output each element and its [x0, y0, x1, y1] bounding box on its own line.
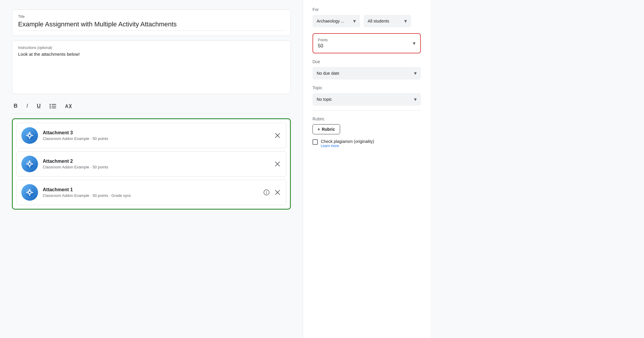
attachment-item-3: Attachment 3 Classroom Addon Example · 5…	[16, 123, 286, 148]
attachment-1-icon	[21, 184, 38, 201]
addon-icon-1	[25, 188, 34, 197]
due-dropdown-chevron: ▾	[414, 70, 417, 76]
svg-text:A: A	[65, 104, 69, 109]
addon-icon-3	[25, 131, 34, 140]
students-dropdown-chevron: ▾	[404, 18, 407, 24]
due-dropdown[interactable]: No due date ▾	[313, 67, 421, 79]
svg-rect-36	[266, 192, 267, 194]
svg-rect-32	[26, 192, 28, 193]
attachment-1-info-button[interactable]	[262, 188, 271, 197]
svg-rect-23	[26, 164, 28, 165]
topic-dropdown-value: No topic	[317, 97, 332, 102]
for-label: For	[313, 7, 421, 12]
learn-more-link[interactable]: Learn more	[321, 144, 374, 148]
attachment-1-actions	[262, 188, 281, 197]
svg-point-4	[50, 106, 51, 107]
attachment-3-info: Attachment 3 Classroom Addon Example · 5…	[43, 130, 269, 141]
rubric-button[interactable]: + Rubric	[313, 124, 340, 134]
close-icon	[275, 133, 280, 138]
instructions-label: Instructions (optional)	[18, 46, 285, 50]
rubric-plus-icon: +	[318, 127, 320, 132]
rubric-label: Rubric	[313, 117, 421, 121]
attachment-2-name: Attachment 2	[43, 159, 269, 164]
attachment-3-remove-button[interactable]	[274, 132, 281, 139]
for-dropdowns: Archaeology ... ▾ All students ▾	[313, 15, 421, 27]
close-icon	[275, 161, 280, 167]
students-dropdown[interactable]: All students ▾	[364, 15, 411, 27]
attachment-3-actions	[274, 132, 281, 139]
svg-point-11	[29, 135, 31, 136]
attachment-item-1: Attachment 1 Classroom Addon Example · 5…	[16, 180, 286, 205]
attachment-3-icon	[21, 127, 38, 144]
attachment-2-remove-button[interactable]	[274, 160, 281, 168]
text-toolbar: B I U A	[12, 99, 291, 114]
list-button[interactable]	[48, 102, 58, 110]
points-box[interactable]: Points 50 ▾	[313, 33, 421, 53]
attachment-2-icon	[21, 156, 38, 172]
svg-rect-33	[31, 192, 33, 193]
points-value: 50	[318, 43, 328, 49]
svg-point-20	[29, 163, 31, 165]
svg-rect-30	[29, 189, 30, 191]
clear-format-button[interactable]: A	[63, 102, 73, 110]
points-label: Points	[318, 38, 328, 42]
close-icon	[275, 190, 280, 195]
title-section: Title	[12, 9, 291, 36]
list-icon	[50, 103, 56, 109]
svg-point-3	[50, 104, 51, 105]
topic-label: Topic	[313, 85, 421, 90]
side-panel: For Archaeology ... ▾ All students ▾ Poi…	[303, 0, 430, 338]
svg-rect-24	[31, 164, 33, 165]
topic-dropdown[interactable]: No topic ▾	[313, 93, 421, 106]
svg-point-35	[266, 191, 267, 192]
points-dropdown-chevron: ▾	[413, 40, 415, 47]
attachment-3-name: Attachment 3	[43, 130, 269, 135]
attachment-1-name: Attachment 1	[43, 187, 258, 192]
instructions-text[interactable]: Look at the attachments below!	[18, 52, 285, 57]
attachment-1-meta: Classroom Addon Example · 50 points · Gr…	[43, 193, 258, 198]
due-label: Due	[313, 59, 421, 64]
svg-rect-21	[29, 160, 30, 162]
underline-button[interactable]: U	[35, 102, 42, 110]
instructions-section: Instructions (optional) Look at the atta…	[12, 41, 291, 94]
bold-button[interactable]: B	[12, 102, 19, 110]
svg-point-29	[29, 192, 31, 193]
info-icon	[264, 189, 269, 195]
attachment-item-2: Attachment 2 Classroom Addon Example · 5…	[16, 151, 286, 177]
attachment-2-info: Attachment 2 Classroom Addon Example · 5…	[43, 159, 269, 169]
attachment-3-meta: Classroom Addon Example · 50 points	[43, 136, 269, 141]
plagiarism-text: Check plagiarism (originality) Learn mor…	[321, 139, 374, 148]
svg-rect-12	[29, 132, 30, 134]
due-dropdown-value: No due date	[317, 71, 339, 76]
svg-point-5	[50, 107, 51, 109]
attachment-1-info: Attachment 1 Classroom Addon Example · 5…	[43, 187, 258, 198]
title-input[interactable]	[18, 20, 285, 31]
svg-rect-15	[31, 135, 33, 136]
svg-rect-31	[29, 194, 30, 196]
divider	[313, 110, 421, 111]
plagiarism-checkbox[interactable]	[313, 139, 318, 145]
topic-dropdown-chevron: ▾	[414, 96, 417, 103]
svg-rect-13	[29, 137, 30, 139]
students-dropdown-value: All students	[368, 19, 389, 23]
class-dropdown-chevron: ▾	[353, 18, 356, 24]
svg-rect-14	[26, 135, 28, 136]
attachment-2-actions	[274, 160, 281, 168]
italic-button[interactable]: I	[25, 102, 30, 110]
plagiarism-label: Check plagiarism (originality)	[321, 139, 374, 144]
class-dropdown-value: Archaeology ...	[317, 19, 344, 23]
attachment-1-remove-button[interactable]	[274, 189, 281, 196]
rubric-btn-label: Rubric	[322, 127, 335, 132]
attachments-container: Attachment 3 Classroom Addon Example · 5…	[12, 118, 291, 210]
clear-format-icon: A	[65, 103, 72, 109]
svg-rect-22	[29, 166, 30, 168]
plagiarism-row: Check plagiarism (originality) Learn mor…	[313, 139, 421, 148]
class-dropdown[interactable]: Archaeology ... ▾	[313, 15, 360, 27]
title-label: Title	[18, 15, 285, 19]
addon-icon-2	[25, 159, 34, 169]
attachment-2-meta: Classroom Addon Example · 50 points	[43, 165, 269, 169]
